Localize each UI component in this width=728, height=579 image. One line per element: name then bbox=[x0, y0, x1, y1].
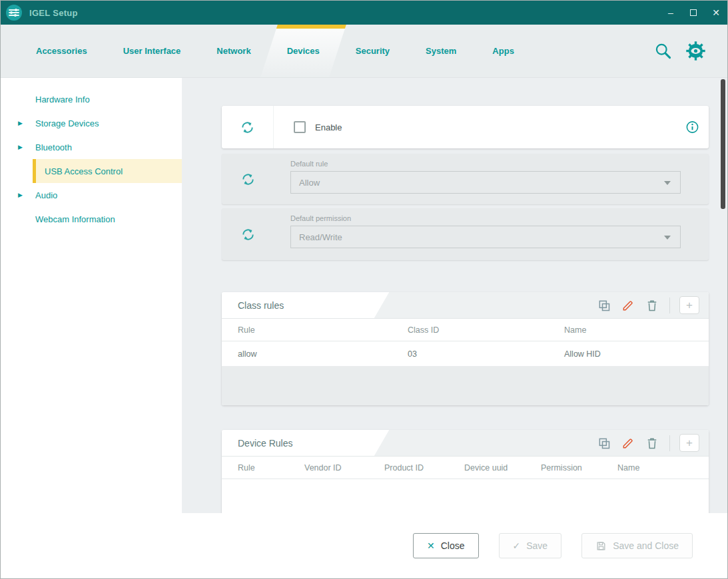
device-rules-actions: + bbox=[587, 434, 709, 452]
column-header-rule: Rule bbox=[238, 463, 304, 473]
class-rules-table-header: Rule Class ID Name bbox=[222, 319, 709, 341]
copy-icon[interactable] bbox=[597, 299, 611, 312]
expand-arrow-icon[interactable]: ▶ bbox=[18, 144, 23, 150]
default-rule-select[interactable]: Allow bbox=[290, 171, 681, 194]
chevron-down-icon bbox=[664, 181, 671, 185]
tab-accessories[interactable]: Accessories bbox=[18, 25, 105, 77]
expand-arrow-icon[interactable]: ▶ bbox=[18, 120, 23, 126]
divider bbox=[669, 297, 670, 313]
tab-label: Accessories bbox=[36, 46, 87, 56]
sidebar-item-storage-devices[interactable]: ▶ Storage Devices bbox=[1, 111, 182, 135]
default-rule-value: Allow bbox=[299, 178, 320, 188]
reset-default-rule-button[interactable] bbox=[222, 154, 274, 204]
tab-apps[interactable]: Apps bbox=[474, 25, 532, 77]
default-rule-label: Default rule bbox=[290, 160, 681, 168]
class-rules-card: Class rules + Rule Class ID Name allow bbox=[222, 292, 709, 405]
app-window: IGEL Setup – ✕ Accessories User Interfac… bbox=[0, 0, 728, 579]
maximize-icon bbox=[690, 9, 697, 16]
save-button[interactable]: ✓ Save bbox=[499, 533, 562, 558]
window-title: IGEL Setup bbox=[29, 8, 78, 18]
titlebar: IGEL Setup – ✕ bbox=[1, 1, 727, 25]
device-rules-table-header: Rule Vendor ID Product ID Device uuid Pe… bbox=[222, 457, 709, 479]
save-button-label: Save bbox=[526, 540, 547, 551]
search-icon[interactable] bbox=[654, 42, 672, 60]
close-button-label: Close bbox=[441, 540, 465, 551]
copy-icon[interactable] bbox=[597, 437, 611, 450]
enable-checkbox[interactable] bbox=[294, 121, 306, 133]
sidebar: Hardware Info ▶ Storage Devices ▶ Blueto… bbox=[1, 78, 182, 578]
cell-rule: allow bbox=[238, 349, 408, 359]
gear-eye-icon[interactable] bbox=[685, 41, 706, 61]
class-rules-header: Class rules + bbox=[222, 292, 709, 319]
close-button[interactable]: ✕ Close bbox=[413, 533, 479, 558]
main-panel: Enable Default rule Allow bbox=[182, 78, 727, 578]
tab-label: Apps bbox=[492, 46, 514, 56]
tab-label: System bbox=[426, 46, 456, 56]
sidebar-item-webcam-information[interactable]: Webcam Information bbox=[1, 207, 182, 231]
sidebar-item-audio[interactable]: ▶ Audio bbox=[1, 183, 182, 207]
tab-label: Network bbox=[216, 46, 250, 56]
info-icon[interactable] bbox=[685, 120, 699, 134]
sidebar-item-bluetooth[interactable]: ▶ Bluetooth bbox=[1, 135, 182, 159]
sync-icon bbox=[240, 120, 255, 135]
add-class-rule-button[interactable]: + bbox=[679, 296, 699, 314]
save-floppy-icon bbox=[595, 540, 607, 552]
tab-label: User Interface bbox=[123, 46, 181, 56]
delete-icon[interactable] bbox=[645, 437, 659, 450]
column-header-name: Name bbox=[617, 463, 709, 473]
tab-label: Devices bbox=[287, 46, 320, 56]
expand-arrow-icon[interactable]: ▶ bbox=[18, 192, 23, 198]
igel-logo-icon bbox=[5, 4, 23, 21]
reset-enable-button[interactable] bbox=[222, 106, 274, 148]
settings-content: Enable Default rule Allow bbox=[182, 78, 727, 513]
default-permission-card: Default permission Read/Write bbox=[222, 208, 709, 260]
edit-icon[interactable] bbox=[621, 299, 635, 312]
tab-devices[interactable]: Devices bbox=[269, 25, 338, 77]
device-rules-title: Device Rules bbox=[238, 438, 292, 449]
tab-label: Security bbox=[356, 46, 390, 56]
sidebar-item-usb-access-control[interactable]: USB Access Control bbox=[33, 159, 182, 183]
sidebar-item-label: Bluetooth bbox=[35, 142, 72, 152]
scrollbar[interactable] bbox=[719, 78, 727, 513]
window-controls: – ✕ bbox=[659, 1, 727, 25]
close-x-icon: ✕ bbox=[427, 540, 435, 551]
footer-bar: ✕ Close ✓ Save Save and Close bbox=[182, 513, 727, 578]
default-permission-label: Default permission bbox=[290, 214, 681, 222]
device-rules-header: Device Rules + bbox=[222, 430, 709, 457]
edit-icon[interactable] bbox=[621, 437, 635, 450]
add-device-rule-button[interactable]: + bbox=[679, 434, 699, 452]
chevron-down-icon bbox=[664, 236, 671, 240]
tab-bar: Accessories User Interface Network Devic… bbox=[1, 25, 727, 78]
sidebar-item-label: USB Access Control bbox=[45, 166, 123, 176]
sidebar-item-label: Audio bbox=[35, 190, 57, 200]
check-icon: ✓ bbox=[513, 540, 521, 551]
column-header-class-id: Class ID bbox=[408, 325, 564, 335]
close-window-button[interactable]: ✕ bbox=[705, 1, 727, 25]
sync-icon bbox=[240, 227, 256, 242]
device-rules-card: Device Rules + Rule Vendor ID Product ID… bbox=[222, 430, 709, 513]
column-header-name: Name bbox=[564, 325, 709, 335]
scrollbar-thumb[interactable] bbox=[721, 79, 725, 209]
tab-system[interactable]: System bbox=[408, 25, 474, 77]
minimize-button[interactable]: – bbox=[659, 1, 682, 25]
cell-name: Allow HID bbox=[564, 349, 709, 359]
delete-icon[interactable] bbox=[645, 299, 659, 312]
column-header-permission: Permission bbox=[541, 463, 617, 473]
default-rule-card: Default rule Allow bbox=[222, 154, 709, 204]
enable-card: Enable bbox=[222, 106, 709, 148]
class-rules-title: Class rules bbox=[238, 300, 284, 311]
sidebar-item-hardware-info[interactable]: Hardware Info bbox=[1, 87, 182, 111]
default-permission-select[interactable]: Read/Write bbox=[290, 226, 681, 248]
sidebar-item-label: Webcam Information bbox=[35, 214, 115, 224]
save-and-close-button[interactable]: Save and Close bbox=[581, 533, 693, 558]
save-and-close-button-label: Save and Close bbox=[613, 540, 679, 551]
tab-user-interface[interactable]: User Interface bbox=[105, 25, 199, 77]
tab-security[interactable]: Security bbox=[338, 25, 408, 77]
reset-default-permission-button[interactable] bbox=[222, 208, 274, 260]
class-rules-empty-area bbox=[222, 367, 709, 405]
maximize-button[interactable] bbox=[682, 1, 705, 25]
enable-label: Enable bbox=[315, 122, 342, 132]
tab-network[interactable]: Network bbox=[198, 25, 268, 77]
class-rules-actions: + bbox=[587, 296, 709, 314]
table-row[interactable]: allow 03 Allow HID bbox=[222, 341, 709, 367]
